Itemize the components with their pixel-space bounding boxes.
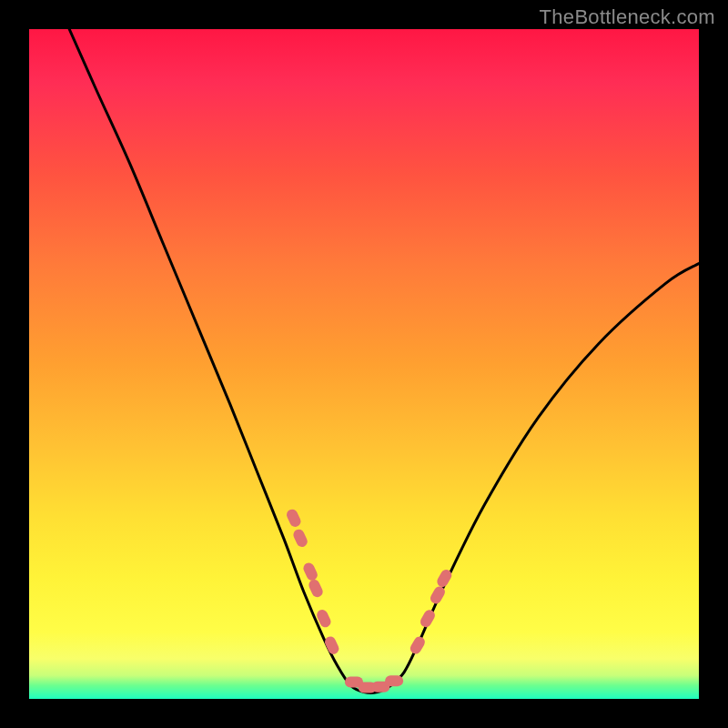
curve-marker — [301, 561, 318, 582]
curve-markers — [285, 508, 453, 693]
curve-marker — [285, 508, 302, 529]
curve-marker — [307, 578, 324, 599]
curve-marker — [291, 528, 308, 549]
curve-marker — [409, 634, 427, 655]
curve-marker — [385, 675, 403, 686]
chart-frame: TheBottleneck.com — [0, 0, 728, 728]
plot-area — [29, 29, 699, 699]
watermark-label: TheBottleneck.com — [540, 5, 715, 29]
curve-marker — [419, 608, 437, 629]
bottleneck-curve — [29, 29, 699, 699]
